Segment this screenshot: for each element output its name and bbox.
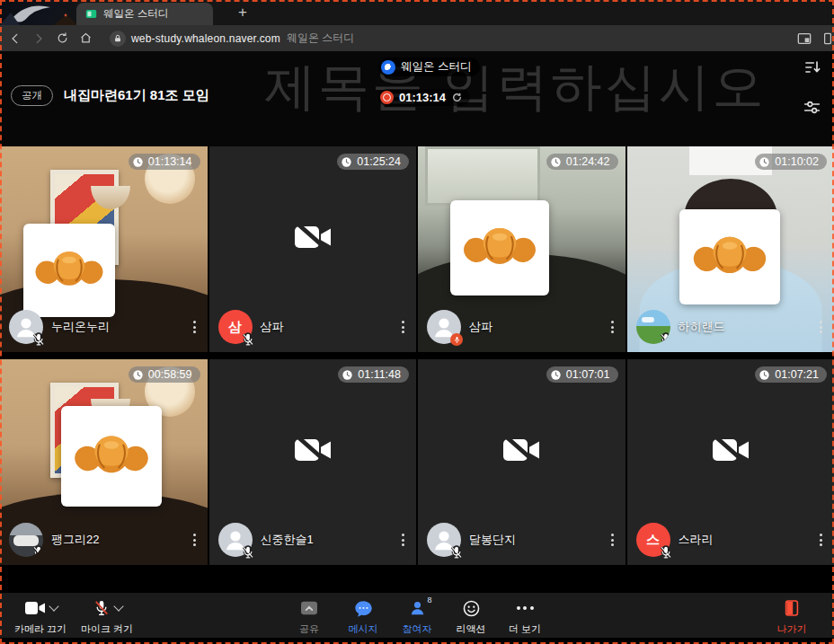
- avatar: [636, 310, 670, 344]
- participant-tile: 01:25:24 삼 삼파: [209, 146, 417, 352]
- split-view-icon[interactable]: [793, 29, 816, 49]
- participant-name: 신중한슬1: [261, 532, 314, 548]
- clock-icon: [341, 156, 352, 168]
- participant-tile: 01:07:21 스 스라리: [627, 359, 834, 565]
- message-button[interactable]: 메시지: [342, 598, 384, 636]
- elapsed-timer: 01:13:14: [378, 89, 470, 106]
- mic-on-icon: [450, 333, 463, 346]
- camera-off-icon: [704, 428, 758, 472]
- elapsed-time-badge: 01:07:01: [546, 366, 618, 383]
- tile-menu-button[interactable]: [607, 316, 618, 338]
- mic-muted-icon: [241, 332, 255, 347]
- reload-icon[interactable]: [50, 29, 74, 49]
- participant-tile: 01:11:48 신중한슬1: [209, 359, 417, 565]
- sidebar-icon[interactable]: [823, 29, 832, 49]
- clock-icon: [550, 369, 562, 381]
- tab-title: 웨일온 스터디: [103, 7, 168, 21]
- filter-icon[interactable]: [803, 98, 821, 117]
- participant-grid: 01:13:14 누리온누리 01:25:24 삼 삼파: [0, 146, 834, 565]
- elapsed-time-badge: 01:13:14: [129, 154, 200, 170]
- message-icon: [354, 599, 373, 618]
- more-button[interactable]: 더 보기: [504, 598, 546, 636]
- clock-icon: [132, 369, 144, 381]
- mic-muted-icon: [241, 545, 255, 560]
- sync-icon[interactable]: [451, 92, 463, 103]
- clock-icon: [759, 369, 770, 381]
- url-domain[interactable]: web-study.whaleon.naver.com: [131, 32, 280, 45]
- mic-toggle-button[interactable]: 마이크 켜기: [81, 598, 133, 636]
- participants-count: 8: [427, 595, 431, 604]
- sort-icon[interactable]: [803, 58, 821, 76]
- share-icon: [299, 600, 319, 616]
- mic-muted-icon: [93, 599, 111, 617]
- mic-muted-icon: [31, 545, 43, 557]
- title-placeholder-overlay: 제목을 입력하십시오: [264, 53, 767, 122]
- croissant-image: [679, 209, 780, 304]
- avatar: [218, 523, 253, 557]
- tile-menu-button[interactable]: [189, 316, 200, 338]
- participant-name: 하히랜드: [679, 319, 725, 335]
- avatar: 스: [636, 523, 670, 557]
- tile-menu-button[interactable]: [397, 316, 409, 338]
- participant-tile: 00:58:59 팽그리22: [0, 359, 208, 565]
- participant-tile: 01:10:02 하히랜드: [627, 146, 834, 352]
- mic-muted-icon: [659, 545, 673, 560]
- participant-name: 누리온누리: [51, 319, 110, 335]
- clock-icon: [550, 156, 562, 168]
- visibility-badge: 공개: [11, 85, 53, 106]
- browser-url-bar: web-study.whaleon.naver.com 웨일온 스터디: [0, 25, 834, 51]
- avatar: 삼: [218, 310, 253, 344]
- elapsed-time-badge: 00:58:59: [129, 366, 200, 383]
- participant-name: 팽그리22: [51, 532, 99, 548]
- elapsed-time-badge: 01:25:24: [337, 154, 409, 170]
- service-badge-label: 웨일온 스터디: [401, 59, 471, 75]
- reaction-button[interactable]: 리액션: [450, 598, 492, 636]
- mic-muted-icon: [31, 332, 46, 347]
- browser-tab[interactable]: 웨일온 스터디: [76, 3, 213, 25]
- new-tab-button[interactable]: +: [232, 2, 253, 23]
- timer-icon: [380, 91, 394, 104]
- forward-icon[interactable]: [27, 29, 50, 49]
- meeting-header: 제목을 입력하십시오 웨일온 스터디 01:13:14 공개 내집마련61기 8…: [0, 51, 834, 146]
- back-icon[interactable]: [4, 29, 27, 49]
- reaction-smiley-icon: [462, 599, 481, 618]
- service-badge: 웨일온 스터디: [378, 57, 480, 76]
- chevron-down-icon[interactable]: [49, 601, 58, 611]
- camera-icon: [24, 600, 46, 616]
- elapsed-time-badge: 01:24:42: [546, 154, 618, 170]
- whale-logo-icon: [381, 60, 395, 75]
- more-icon: [517, 598, 534, 618]
- clock-icon: [759, 156, 770, 168]
- croissant-image: [23, 224, 115, 317]
- participant-name: 삼파: [469, 319, 492, 335]
- participants-icon: [409, 599, 426, 617]
- avatar: [427, 310, 461, 344]
- leave-button[interactable]: 나가기: [771, 598, 812, 636]
- elapsed-time-badge: 01:07:21: [755, 366, 827, 383]
- tile-menu-button[interactable]: [607, 529, 618, 551]
- participant-tile: 01:13:14 누리온누리: [0, 146, 208, 352]
- avatar: [9, 310, 43, 344]
- room-title: 내집마련61기 81조 모임: [64, 87, 209, 104]
- camera-off-icon: [286, 428, 340, 472]
- avatar: [9, 523, 43, 557]
- participants-button[interactable]: 8 참여자: [396, 598, 438, 636]
- lock-icon[interactable]: [110, 31, 126, 47]
- tile-menu-button[interactable]: [815, 316, 827, 338]
- participant-name: 달봉단지: [469, 532, 516, 548]
- tile-menu-button[interactable]: [397, 529, 409, 551]
- home-icon[interactable]: [74, 29, 97, 49]
- participant-tile: 01:24:42 삼파: [418, 146, 626, 352]
- tile-menu-button[interactable]: [189, 529, 200, 551]
- bottom-strip: [0, 638, 834, 644]
- participant-tile: 01:07:01 달봉단지: [418, 359, 626, 565]
- chevron-down-icon[interactable]: [113, 601, 123, 611]
- meeting-toolbar: 카메라 끄기 마이크 켜기: [0, 593, 834, 638]
- croissant-image: [61, 406, 162, 507]
- camera-toggle-button[interactable]: 카메라 끄기: [14, 598, 67, 636]
- tab-favicon-icon: [85, 8, 97, 20]
- share-button[interactable]: 공유: [288, 598, 330, 636]
- browser-tab-bar: 웨일온 스터디 +: [0, 0, 834, 25]
- leave-door-icon: [785, 599, 799, 617]
- tile-menu-button[interactable]: [815, 529, 827, 551]
